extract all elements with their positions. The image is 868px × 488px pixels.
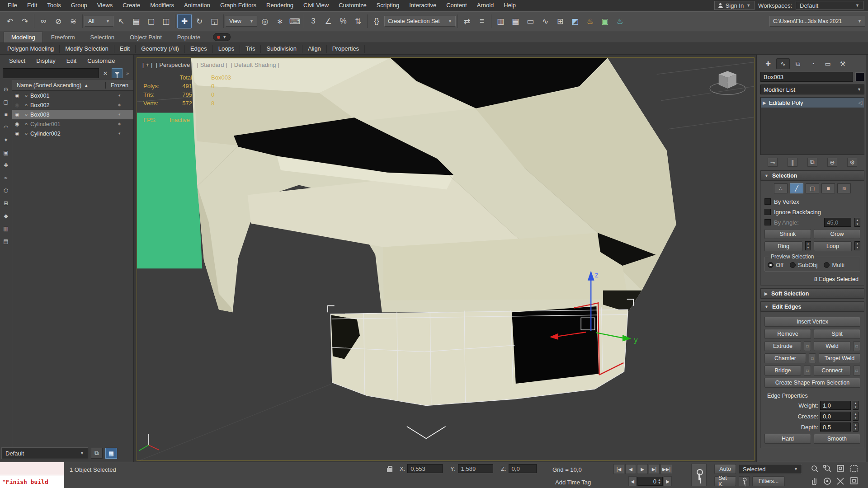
xrefs-filter-icon[interactable]: ⊞ xyxy=(1,199,10,207)
named-selection-sets-icon[interactable]: {} xyxy=(369,14,384,28)
frozen-toggle-icon[interactable]: ✶ xyxy=(105,131,133,136)
loop-spinner[interactable]: ▲▼ xyxy=(854,241,860,250)
select-and-scale-icon[interactable]: ◱ xyxy=(207,14,222,28)
loop-button[interactable]: Loop xyxy=(814,241,852,251)
panel-scrollbar[interactable] xyxy=(866,55,868,462)
go-to-end-icon[interactable]: ▶▶| xyxy=(660,464,672,474)
zoom-region-icon[interactable] xyxy=(851,465,857,471)
select-by-name-icon[interactable]: ▤ xyxy=(129,14,143,28)
key-filters-button[interactable]: Filters... xyxy=(752,476,785,486)
hierarchy-tab-icon[interactable]: ⧉ xyxy=(791,58,805,69)
expand-arrow-icon[interactable]: ▶ xyxy=(763,100,766,105)
pin-stack-icon[interactable]: ⊸ xyxy=(768,158,778,167)
macro-recorder-line[interactable] xyxy=(0,462,64,475)
key-forward-icon[interactable]: ▶ xyxy=(664,476,672,486)
select-and-move-icon[interactable]: ✚ xyxy=(177,14,192,28)
extrude-settings-icon[interactable]: □ xyxy=(804,341,811,351)
selected-set-dropdown[interactable]: Selected ▼ xyxy=(739,464,802,474)
explorer-menu-display[interactable]: Display xyxy=(32,57,60,64)
zoom-extents-icon[interactable] xyxy=(837,465,844,471)
menu-content[interactable]: Content xyxy=(441,0,472,11)
panel-edges[interactable]: Edges xyxy=(185,45,213,53)
bind-to-space-warp-icon[interactable]: ≋ xyxy=(66,14,80,28)
object-name-field[interactable]: Box003 xyxy=(760,72,853,82)
reference-coordinate-dropdown[interactable]: View ▼ xyxy=(226,16,257,27)
panel-edit[interactable]: Edit xyxy=(114,45,136,53)
rollout-edit-edges-header[interactable]: ▼ Edit Edges xyxy=(760,301,864,312)
redo-icon[interactable]: ↷ xyxy=(18,14,32,28)
panel-tris[interactable]: Tris xyxy=(240,45,261,53)
menu-rendering[interactable]: Rendering xyxy=(261,0,298,11)
table-row-box001[interactable]: ◉ ○ Box001 ✶ xyxy=(12,91,133,100)
display-tab-icon[interactable]: ▭ xyxy=(821,58,835,69)
menu-group[interactable]: Group xyxy=(66,0,92,11)
connect-settings-icon[interactable]: □ xyxy=(853,366,860,375)
green-plane[interactable] xyxy=(137,113,202,268)
curves-filter-icon[interactable]: ◠ xyxy=(1,123,10,131)
menu-create[interactable]: Create xyxy=(118,0,145,11)
visibility-eye-icon[interactable]: ◉ xyxy=(12,93,22,99)
modifier-stack[interactable]: ▶ Editable Poly ◁ xyxy=(760,97,864,155)
viewport-menu-shading[interactable]: [ Default Shading ] xyxy=(231,61,279,68)
maxscript-mini-listener[interactable]: "Finish build xyxy=(0,462,64,488)
keyboard-override-icon[interactable]: ⌨ xyxy=(288,14,302,28)
current-frame-field[interactable]: 0 ▲▼ xyxy=(637,477,663,486)
window-crossing-icon[interactable]: ◫ xyxy=(159,14,173,28)
chamfer-settings-icon[interactable]: □ xyxy=(809,353,816,363)
sign-in-button[interactable]: Sign In ▼ xyxy=(714,1,755,10)
toggle-ribbon-icon[interactable]: ▭ xyxy=(523,14,538,28)
modify-tab-icon[interactable]: ∿ xyxy=(776,58,790,69)
panel-align[interactable]: Align xyxy=(302,45,327,53)
unlink-selection-icon[interactable]: ⊘ xyxy=(51,14,66,28)
remove-modifier-icon[interactable]: ⊖ xyxy=(827,158,837,167)
bridge-button[interactable]: Bridge xyxy=(764,366,801,375)
field-of-view-icon[interactable] xyxy=(837,478,844,484)
key-back-icon[interactable]: ◀ xyxy=(628,476,637,486)
frozen-column-header[interactable]: Frozen xyxy=(105,82,133,89)
ribbon-tab-object-paint[interactable]: Object Paint xyxy=(123,32,169,42)
name-column-header[interactable]: Name (Sorted Ascending) ▲ xyxy=(12,82,105,89)
visibility-eye-icon[interactable]: ◉ xyxy=(12,131,22,136)
explorer-menu-edit[interactable]: Edit xyxy=(62,57,81,64)
rollout-soft-selection-header[interactable]: ▶ Soft Selection xyxy=(760,288,864,299)
render-production-icon[interactable]: ♨ xyxy=(613,14,627,28)
material-editor-icon[interactable]: ◩ xyxy=(568,14,582,28)
menu-tools[interactable]: Tools xyxy=(42,0,66,11)
lights-filter-icon[interactable]: ✦ xyxy=(1,136,10,144)
project-path-dropdown[interactable]: C:\Users\Flo...3ds Max 2021 ▼ xyxy=(769,16,865,27)
snaps-toggle-icon[interactable]: 3 xyxy=(306,14,321,28)
spinner-snap-icon[interactable]: ⇅ xyxy=(351,14,365,28)
explorer-menu-select[interactable]: Select xyxy=(5,57,30,64)
set-key-button[interactable]: Set K. xyxy=(714,476,736,486)
panel-modify-selection[interactable]: Modify Selection xyxy=(60,45,114,53)
undo-icon[interactable]: ↶ xyxy=(3,14,17,28)
viewport-menu-general[interactable]: [ + ] xyxy=(142,61,152,68)
frozen-toggle-icon[interactable]: ✶ xyxy=(105,93,133,98)
editable-poly-row[interactable]: ▶ Editable Poly ◁ xyxy=(761,98,864,108)
ring-spinner[interactable]: ▲▼ xyxy=(805,241,811,250)
chamfer-button[interactable]: Chamfer xyxy=(764,353,806,363)
by-vertex-checkbox[interactable] xyxy=(764,198,771,205)
clear-search-icon[interactable]: ✕ xyxy=(101,69,110,78)
grid-toggle-icon[interactable]: ▦ xyxy=(105,448,117,459)
x-coord-field[interactable]: 0,553 xyxy=(407,464,443,473)
selection-filter-dropdown[interactable]: All ▼ xyxy=(85,16,113,27)
shapes-filter-icon[interactable]: ■ xyxy=(1,111,10,119)
panel-subdivision[interactable]: Subdivision xyxy=(261,45,302,53)
frozen-toggle-icon[interactable]: ✶ xyxy=(105,103,133,108)
menu-customize[interactable]: Customize xyxy=(334,0,371,11)
by-angle-field[interactable]: 45,0 xyxy=(824,218,851,227)
table-row-box002[interactable]: ◉ ○ Box002 ✶ xyxy=(12,100,133,110)
split-button[interactable]: Split xyxy=(814,329,860,339)
zoom-icon[interactable] xyxy=(812,466,818,472)
insert-vertex-button[interactable]: Insert Vertex xyxy=(764,317,860,327)
explorer-search-input[interactable] xyxy=(3,68,99,78)
geometry-filter-icon[interactable]: ▢ xyxy=(1,98,10,106)
by-angle-checkbox[interactable] xyxy=(764,219,771,225)
toggle-scene-explorer-icon[interactable]: ▥ xyxy=(493,14,508,28)
visibility-eye-icon[interactable]: ◉ xyxy=(12,112,22,117)
select-and-manipulate-icon[interactable]: ∗ xyxy=(273,14,287,28)
weight-spinner[interactable]: ▲▼ xyxy=(853,401,859,410)
bones-filter-icon[interactable]: ▥ xyxy=(1,225,10,233)
pan-hand-icon[interactable] xyxy=(812,478,816,485)
